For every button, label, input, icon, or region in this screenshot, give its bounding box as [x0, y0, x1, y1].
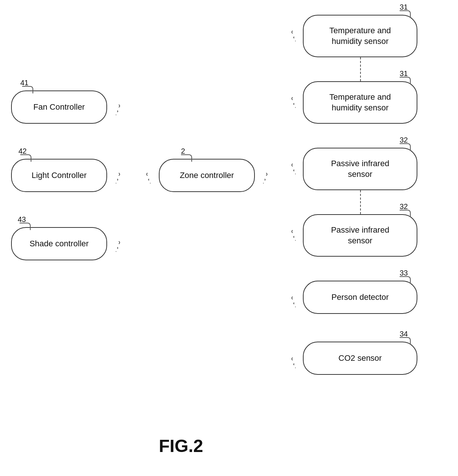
person-detector-node: Person detector [303, 281, 417, 314]
fan-wifi-right [109, 99, 120, 116]
co2-wifi-left [291, 352, 302, 369]
person-wifi-left [291, 291, 302, 308]
co2-sensor-label: CO2 sensor [338, 353, 382, 364]
zone-wifi-left [146, 167, 157, 184]
zone-wifi-right [257, 167, 268, 184]
light-controller-node: Light Controller [11, 159, 107, 192]
light-ref: 42 [18, 147, 27, 155]
temp-ref2: 31 [400, 69, 408, 78]
pir-dotted-line [360, 190, 361, 214]
light-wifi-right [109, 167, 120, 184]
zone-ref: 2 [181, 147, 185, 155]
figure-label: FIG.2 [159, 436, 203, 456]
light-ref-curve [20, 154, 31, 162]
temp-humidity-1-label: Temperature and humidity sensor [329, 25, 391, 47]
pir-ref2: 32 [400, 202, 408, 211]
pir2-wifi-left [291, 225, 302, 241]
light-controller-label: Light Controller [31, 170, 86, 181]
pir-2-node: Passive infrared sensor [303, 214, 417, 257]
fan-ref: 41 [20, 79, 28, 87]
pir-2-label: Passive infrared sensor [331, 225, 389, 246]
shade-controller-node: Shade controller [11, 227, 107, 260]
temp-dotted-line [360, 57, 361, 81]
co2-ref-curve [400, 337, 411, 345]
temp-humidity-2-label: Temperature and humidity sensor [329, 92, 391, 113]
temp-ref1-curve [400, 10, 411, 18]
co2-ref: 34 [400, 330, 408, 338]
shade-controller-label: Shade controller [30, 239, 89, 249]
person-ref: 33 [400, 269, 408, 277]
pir-1-node: Passive infrared sensor [303, 148, 417, 190]
diagram: Fan Controller 41 Light Controller 42 Sh… [0, 0, 458, 476]
fan-ref-curve [22, 86, 33, 93]
shade-ref-curve [20, 223, 31, 230]
pir-ref1: 32 [400, 136, 408, 144]
zone-ref-curve [181, 154, 192, 162]
co2-sensor-node: CO2 sensor [303, 342, 417, 375]
pir1-wifi-left [291, 158, 302, 175]
pir-ref1-curve [400, 143, 411, 151]
temp-ref2-curve [400, 77, 411, 84]
zone-controller-node: Zone controller [159, 159, 255, 192]
fan-controller-label: Fan Controller [33, 102, 85, 113]
person-detector-label: Person detector [331, 292, 389, 303]
fan-controller-node: Fan Controller [11, 90, 107, 124]
temp-humidity-1-node: Temperature and humidity sensor [303, 15, 417, 57]
temp-ref1: 31 [400, 3, 408, 11]
temp-humidity-2-node: Temperature and humidity sensor [303, 81, 417, 124]
zone-controller-label: Zone controller [180, 170, 234, 181]
pir-1-label: Passive infrared sensor [331, 158, 389, 179]
person-ref-curve [400, 276, 411, 284]
shade-ref: 43 [18, 215, 26, 224]
temp2-wifi-left [291, 92, 302, 108]
pir-ref2-curve [400, 210, 411, 217]
temp1-wifi-left [291, 25, 302, 42]
shade-wifi-right [109, 236, 120, 252]
